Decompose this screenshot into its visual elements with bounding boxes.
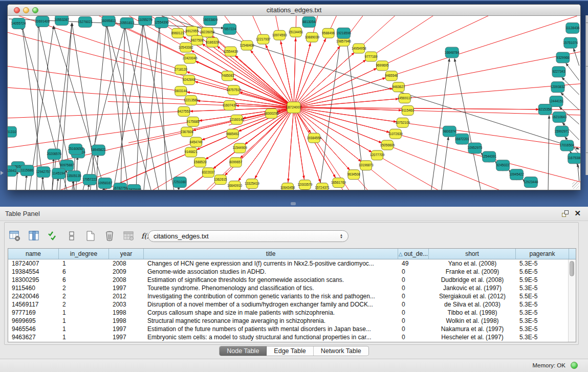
edge[interactable] bbox=[197, 101, 294, 107]
scrollbar-thumb[interactable] bbox=[570, 261, 574, 276]
tab-edge-table[interactable]: Edge Table bbox=[267, 346, 313, 356]
cell-title: Disruption of a novel member of a sodium… bbox=[144, 300, 398, 309]
table-mode-icon[interactable] bbox=[9, 230, 21, 242]
edge[interactable] bbox=[43, 16, 294, 107]
collapse-arrow-icon[interactable] bbox=[1, 171, 4, 175]
edge[interactable] bbox=[294, 107, 565, 190]
edge[interactable] bbox=[294, 38, 296, 107]
minimize-traffic-icon[interactable] bbox=[23, 7, 29, 13]
edge[interactable] bbox=[294, 16, 483, 107]
table-selector-dropdown[interactable]: citations_edges.txt ▲▼ bbox=[148, 230, 349, 242]
row-selection-icon[interactable] bbox=[47, 230, 59, 242]
edge[interactable] bbox=[8, 16, 294, 107]
edge[interactable] bbox=[144, 26, 160, 190]
edge[interactable] bbox=[294, 107, 580, 114]
edge[interactable] bbox=[319, 39, 341, 190]
node-label: 19857946 bbox=[336, 39, 351, 43]
node-table[interactable]: namein_degreeyeartitle△out_de...shortpag… bbox=[8, 248, 576, 342]
edge[interactable] bbox=[454, 59, 481, 190]
column-header-name[interactable]: name bbox=[8, 249, 59, 259]
edge[interactable] bbox=[294, 107, 304, 179]
delete-column-icon[interactable] bbox=[103, 230, 116, 242]
edge[interactable] bbox=[41, 176, 43, 190]
edge[interactable] bbox=[548, 116, 549, 190]
edge[interactable] bbox=[294, 107, 536, 190]
stacked-squares-icon[interactable] bbox=[66, 230, 78, 242]
network-window-titlebar[interactable]: citations_edges.txt bbox=[8, 5, 580, 16]
edge[interactable] bbox=[199, 107, 294, 121]
network-canvas[interactable]: 1872400789601238912955182260589827508818… bbox=[8, 16, 580, 190]
edge[interactable] bbox=[441, 137, 448, 190]
table-row[interactable]: 1456911722003Disruption of a novel membe… bbox=[8, 300, 576, 309]
background-window-edge[interactable] bbox=[585, 15, 588, 175]
table-row[interactable]: 1938455462009Genome-wide association stu… bbox=[8, 268, 576, 276]
edge[interactable] bbox=[236, 105, 294, 107]
edge[interactable] bbox=[294, 78, 386, 107]
edge[interactable] bbox=[136, 23, 143, 190]
edge[interactable] bbox=[8, 16, 294, 107]
column-header-short[interactable]: short bbox=[429, 249, 516, 259]
table-row[interactable]: 1830029562008Estimation of significance … bbox=[8, 276, 576, 284]
table-row[interactable]: 946554611997Estimation of the future num… bbox=[8, 325, 576, 333]
column-header-in_degree[interactable]: in_degree bbox=[59, 249, 109, 259]
edge[interactable] bbox=[106, 24, 151, 190]
table-row[interactable]: 911546021997Tourette syndrome. Phenomeno… bbox=[8, 284, 576, 292]
network-window[interactable]: citations_edges.txt 18724007896012389129… bbox=[7, 4, 581, 190]
edge[interactable] bbox=[202, 44, 294, 107]
table-row[interactable]: 946362711997Embryonic stem cells: a mode… bbox=[8, 333, 576, 341]
edge[interactable] bbox=[8, 16, 294, 107]
edge[interactable] bbox=[566, 63, 579, 80]
node-label: 8427552 bbox=[178, 110, 191, 113]
edge[interactable] bbox=[294, 107, 320, 182]
table-row[interactable]: 2242004622012Investigating the contribut… bbox=[8, 292, 576, 300]
node-label: 1362615 bbox=[214, 178, 227, 181]
tab-node-table[interactable]: Node Table bbox=[220, 346, 267, 356]
edge[interactable] bbox=[294, 16, 439, 107]
vertical-scrollbar[interactable] bbox=[568, 259, 576, 342]
citation-network-graph[interactable]: 1872400789601238912955182260589827508818… bbox=[8, 16, 580, 190]
edge[interactable] bbox=[294, 49, 580, 107]
zoom-traffic-icon[interactable] bbox=[32, 7, 38, 13]
edge[interactable] bbox=[202, 107, 294, 140]
close-traffic-icon[interactable] bbox=[14, 7, 20, 13]
edge[interactable] bbox=[8, 28, 294, 107]
splitter-handle-icon[interactable] bbox=[291, 202, 296, 205]
edge[interactable] bbox=[238, 107, 294, 181]
edge[interactable] bbox=[294, 81, 580, 107]
edge[interactable] bbox=[8, 16, 294, 107]
column-header-year[interactable]: year bbox=[109, 249, 144, 259]
edge[interactable] bbox=[205, 107, 294, 159]
edge[interactable] bbox=[294, 107, 350, 170]
edge[interactable] bbox=[191, 50, 294, 107]
edge[interactable] bbox=[205, 16, 294, 107]
column-header-title[interactable]: title bbox=[144, 249, 398, 259]
tab-network-table[interactable]: Network Table bbox=[314, 346, 368, 356]
column-header-out_de[interactable]: △out_de... bbox=[398, 249, 429, 259]
edge[interactable] bbox=[113, 23, 143, 190]
edge[interactable] bbox=[574, 49, 579, 66]
edge[interactable] bbox=[294, 107, 372, 152]
close-panel-icon[interactable]: ✕ bbox=[574, 209, 581, 218]
edge[interactable] bbox=[72, 23, 98, 190]
table-row[interactable]: 977716911998Corpus callosum shape and si… bbox=[8, 309, 576, 317]
edge[interactable] bbox=[8, 16, 294, 107]
edge[interactable] bbox=[37, 25, 38, 190]
table-row[interactable]: 1872400712008Changes of HCN gene express… bbox=[8, 259, 576, 268]
float-panel-icon[interactable] bbox=[562, 210, 569, 217]
edge[interactable] bbox=[183, 36, 294, 107]
edge[interactable] bbox=[294, 107, 376, 190]
edge[interactable] bbox=[276, 107, 294, 190]
edge[interactable] bbox=[288, 107, 294, 182]
edge[interactable] bbox=[25, 174, 27, 190]
column-header-pagerank[interactable]: pagerank bbox=[516, 249, 569, 259]
edge[interactable] bbox=[431, 59, 449, 190]
memory-status-icon[interactable] bbox=[571, 362, 578, 369]
new-column-icon[interactable] bbox=[84, 230, 97, 242]
show-columns-icon[interactable] bbox=[28, 230, 40, 242]
edge[interactable] bbox=[294, 107, 580, 184]
table-row[interactable]: 969969511998Structural magnetic resonanc… bbox=[8, 317, 576, 325]
edge[interactable] bbox=[294, 107, 353, 190]
edge[interactable] bbox=[57, 178, 58, 190]
window-resize-grip[interactable] bbox=[572, 182, 579, 189]
edge[interactable] bbox=[294, 46, 340, 107]
